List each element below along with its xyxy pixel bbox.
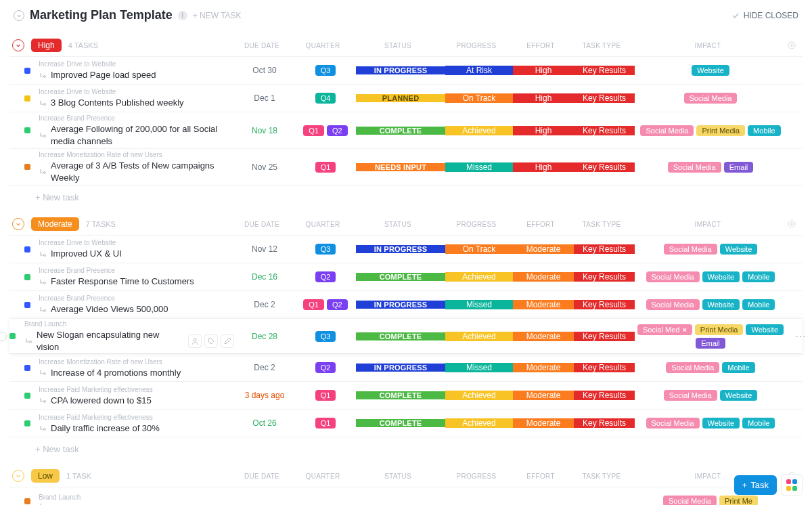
progress-cell[interactable]: Achieved: [445, 391, 513, 400]
collapse-all-button[interactable]: [14, 10, 24, 21]
due-date[interactable]: Nov 12: [234, 244, 295, 254]
collapse-group-button[interactable]: [12, 470, 24, 482]
due-date[interactable]: Dec 2: [234, 363, 295, 372]
task-title[interactable]: Improved Page load speed: [51, 69, 156, 81]
task-type-cell[interactable]: Key Results: [574, 272, 635, 282]
more-icon[interactable]: ⋯: [795, 330, 807, 343]
impact-tag[interactable]: Social Media: [668, 162, 721, 173]
status-indicator[interactable]: [24, 127, 30, 133]
status-cell[interactable]: PLANNED: [356, 94, 445, 102]
impact-cell[interactable]: Social MediaWebsiteMobile: [635, 297, 786, 313]
status-cell[interactable]: IN PROGRESS: [356, 301, 445, 309]
task-title[interactable]: New Slogan encapsulating new vision: [37, 329, 179, 353]
status-indicator[interactable]: [24, 393, 30, 399]
due-date[interactable]: Oct 26: [234, 418, 295, 428]
impact-tag[interactable]: Print Media: [695, 324, 744, 335]
edit-icon[interactable]: [221, 334, 234, 348]
impact-tag[interactable]: Social Media: [666, 362, 719, 373]
quarter-tag[interactable]: Q2: [315, 362, 336, 373]
impact-tag[interactable]: Mobile: [748, 125, 780, 136]
status-cell[interactable]: IN PROGRESS: [356, 364, 445, 372]
column-effort[interactable]: EFFORT: [510, 42, 571, 49]
impact-cell[interactable]: Website: [635, 62, 786, 79]
new-task-header-button[interactable]: + NEW TASK: [193, 11, 242, 20]
quarter-cell[interactable]: Q3: [295, 65, 356, 76]
progress-cell[interactable]: Missed: [445, 300, 513, 309]
impact-tag[interactable]: Website: [702, 299, 740, 310]
quarter-tag[interactable]: Q1: [315, 418, 336, 429]
column-due-date[interactable]: DUE DATE: [231, 473, 292, 480]
impact-cell[interactable]: Social MediaWebsiteMobile: [635, 269, 786, 285]
impact-tag[interactable]: Website: [702, 271, 740, 282]
new-task-row-button[interactable]: + New task: [9, 437, 803, 461]
status-cell[interactable]: COMPLETE: [356, 332, 445, 341]
task-row[interactable]: Increase Brand Presence Faster Response …: [9, 263, 803, 290]
impact-tag[interactable]: Website: [692, 65, 729, 76]
task-title[interactable]: Average Video Views 500,000: [51, 303, 168, 315]
status-indicator[interactable]: [24, 274, 30, 280]
effort-cell[interactable]: Moderate: [513, 300, 574, 309]
task-title[interactable]: 3 Blog Contents Published weekly: [51, 97, 184, 109]
quarter-cell[interactable]: Q4: [295, 93, 356, 104]
status-indicator[interactable]: [24, 68, 30, 74]
task-title[interactable]: CPA lowered down to $15: [51, 395, 152, 407]
status-indicator[interactable]: [24, 246, 30, 252]
impact-cell[interactable]: Social MediaMobile: [635, 359, 786, 376]
quarter-cell[interactable]: Q3: [295, 244, 356, 255]
quarter-tag[interactable]: Q2: [315, 271, 336, 282]
quarter-cell[interactable]: Q1Q2: [295, 299, 356, 310]
hide-closed-button[interactable]: HIDE CLOSED: [731, 11, 798, 20]
impact-tag[interactable]: Social Media: [663, 496, 717, 505]
column-effort[interactable]: EFFORT: [510, 473, 571, 480]
new-task-row-button[interactable]: + New task: [9, 185, 803, 209]
column-due-date[interactable]: DUE DATE: [231, 221, 292, 228]
progress-cell[interactable]: At Risk: [445, 66, 513, 75]
tag-icon[interactable]: [204, 334, 218, 348]
column-due-date[interactable]: DUE DATE: [231, 42, 292, 49]
due-date[interactable]: Oct 30: [234, 66, 295, 75]
effort-cell[interactable]: Moderate: [513, 391, 574, 400]
task-type-cell[interactable]: Key Results: [574, 244, 635, 254]
progress-cell[interactable]: On Track: [445, 93, 513, 103]
column-status[interactable]: STATUS: [353, 42, 443, 49]
quarter-tag[interactable]: Q2: [327, 299, 348, 310]
priority-pill[interactable]: High: [31, 39, 62, 52]
column-task-type[interactable]: TASK TYPE: [571, 473, 632, 480]
task-row[interactable]: Increase Drive to Website Improved Page …: [9, 56, 803, 84]
task-row[interactable]: Increase Drive to Website Improved UX & …: [9, 235, 803, 263]
impact-tag[interactable]: Email: [724, 162, 754, 173]
add-column-button[interactable]: [784, 41, 800, 49]
impact-tag[interactable]: Social Media: [664, 390, 717, 401]
quarter-tag[interactable]: Q1: [303, 299, 324, 310]
task-title[interactable]: Increase of 4 promotions monthly: [51, 367, 181, 379]
status-indicator[interactable]: [24, 164, 30, 170]
quarter-cell[interactable]: Q1: [295, 390, 356, 401]
priority-pill[interactable]: Moderate: [31, 217, 79, 231]
quarter-tag[interactable]: Q3: [315, 331, 336, 342]
task-title[interactable]: Daily traffic increase of 30%: [51, 422, 160, 435]
impact-tag[interactable]: Social Media: [684, 93, 738, 104]
impact-tag[interactable]: Social Media: [640, 125, 694, 136]
due-date[interactable]: Dec 16: [234, 272, 295, 282]
status-cell[interactable]: COMPLETE: [356, 127, 445, 135]
task-row[interactable]: Increase Paid Marketing effectiveness CP…: [9, 381, 803, 409]
task-row[interactable]: Increase Brand Presence Average Followin…: [9, 112, 803, 148]
info-icon[interactable]: i: [178, 11, 187, 20]
task-row[interactable]: Brand Launch New Slogan encapsulating ne…: [9, 318, 803, 353]
impact-cell[interactable]: Social MediaPrint MediaMobile: [635, 123, 786, 139]
progress-cell[interactable]: Achieved: [445, 332, 513, 341]
quarter-cell[interactable]: Q1Q2: [295, 125, 356, 136]
quarter-tag[interactable]: Q1: [315, 162, 336, 173]
progress-cell[interactable]: Achieved: [445, 272, 513, 282]
task-type-cell[interactable]: Key Results: [574, 418, 635, 428]
quarter-tag[interactable]: Q1: [303, 125, 324, 136]
impact-tag[interactable]: Email: [696, 338, 725, 349]
task-title[interactable]: Average of 3 A/B Tests of New campaigns …: [51, 160, 234, 184]
quarter-cell[interactable]: Q2: [295, 271, 356, 282]
task-row[interactable]: Increase Brand Presence Average Video Vi…: [9, 290, 803, 318]
task-row[interactable]: Increase Paid Marketing effectiveness Da…: [9, 409, 803, 437]
column-quarter[interactable]: QUARTER: [292, 42, 353, 49]
impact-tag[interactable]: Website: [720, 244, 758, 255]
add-column-button[interactable]: [784, 220, 800, 228]
new-task-fab[interactable]: + Task: [734, 475, 777, 495]
